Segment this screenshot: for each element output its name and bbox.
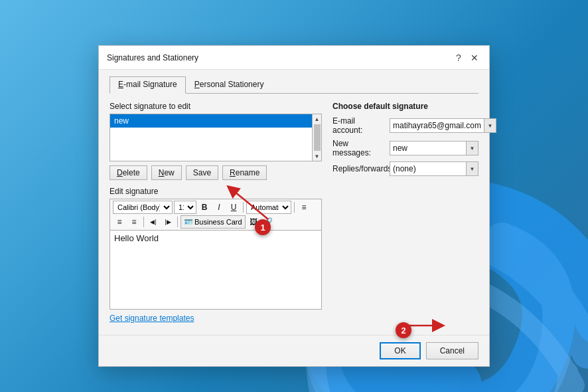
- signature-text: Hello World: [114, 233, 159, 243]
- indent-decrease-button[interactable]: ◀|: [147, 215, 160, 229]
- toolbar-separator-2: [294, 202, 295, 213]
- bold-button[interactable]: B: [198, 201, 211, 214]
- replies-value: (none): [390, 164, 466, 173]
- align-center-button[interactable]: ≡: [113, 215, 126, 229]
- indent-increase-button[interactable]: |▶: [161, 215, 175, 229]
- rename-button[interactable]: Rename: [222, 165, 267, 180]
- align-right-button[interactable]: ≡: [127, 215, 141, 229]
- new-messages-row: New messages: new ▼: [332, 139, 478, 157]
- dialog-body: Select signature to edit new ▲ ▼ Delete: [110, 102, 478, 323]
- select-label: Select signature to edit: [110, 102, 322, 111]
- tab-stationery-label: Personal Stationery: [194, 80, 264, 89]
- font-select[interactable]: Calibri (Body): [113, 201, 173, 214]
- replies-dropdown[interactable]: (none) ▼: [390, 161, 478, 176]
- signature-area-wrapper: Hello World: [110, 230, 322, 310]
- dialog-title: Signatures and Stationery: [107, 53, 198, 62]
- replies-arrow: ▼: [466, 162, 478, 175]
- picture-button[interactable]: 🖼: [247, 215, 260, 229]
- footer-buttons: OK Cancel: [380, 342, 478, 359]
- signature-list-item[interactable]: new: [110, 114, 321, 128]
- underline-button[interactable]: U: [227, 201, 240, 214]
- signature-list-scrollbar[interactable]: ▲ ▼: [312, 114, 321, 161]
- delete-button[interactable]: Delete: [110, 165, 147, 180]
- signature-list-container: new ▲ ▼: [110, 114, 322, 161]
- email-account-label: E-mail account:: [332, 116, 386, 135]
- email-account-row: E-mail account: matihayra65@gmail.com ▼: [332, 116, 478, 135]
- close-button[interactable]: ✕: [468, 51, 481, 64]
- business-card-icon: 🪪: [184, 218, 193, 227]
- cancel-button[interactable]: Cancel: [426, 342, 478, 359]
- title-bar-controls: ? ✕: [452, 51, 481, 64]
- replies-row: Replies/forwards: (none) ▼: [332, 161, 478, 176]
- toolbar-separator-4: [177, 217, 178, 227]
- replies-label: Replies/forwards:: [332, 164, 386, 173]
- email-account-arrow: ▼: [484, 119, 496, 132]
- new-messages-value: new: [390, 144, 466, 153]
- signature-list[interactable]: new: [110, 114, 321, 161]
- scroll-thumb[interactable]: [314, 124, 321, 151]
- signature-textarea[interactable]: Hello World: [110, 230, 322, 310]
- scroll-down-arrow[interactable]: ▼: [313, 151, 321, 161]
- tab-email-label: E-mail Signature: [118, 80, 177, 89]
- new-messages-dropdown[interactable]: new ▼: [390, 141, 478, 155]
- help-button[interactable]: ?: [452, 51, 465, 64]
- toolbar-separator-1: [243, 202, 244, 213]
- color-select[interactable]: Automatic: [246, 201, 291, 214]
- font-size-select[interactable]: 11: [174, 201, 196, 214]
- new-messages-arrow: ▼: [466, 142, 478, 155]
- dialog-window: Signatures and Stationery ? ✕ E-mail Sig…: [98, 45, 490, 367]
- ok-button[interactable]: OK: [380, 342, 420, 359]
- template-link[interactable]: Get signature templates: [110, 314, 194, 323]
- tab-email-signature[interactable]: E-mail Signature: [110, 76, 186, 94]
- save-button[interactable]: Save: [186, 165, 218, 180]
- business-card-button[interactable]: 🪪 Business Card: [181, 215, 246, 229]
- new-button[interactable]: New: [151, 165, 182, 180]
- hyperlink-button[interactable]: 🔗: [261, 215, 275, 229]
- toolbar-separator-3: [143, 217, 144, 227]
- business-card-label: Business Card: [194, 218, 242, 226]
- tab-personal-stationery[interactable]: Personal Stationery: [186, 76, 273, 94]
- signature-buttons: Delete New Save Rename: [110, 165, 322, 180]
- email-account-value: matihayra65@gmail.com: [390, 121, 484, 130]
- formatting-toolbar: Calibri (Body) 11 B I U Automatic ≡ ≡ ≡: [110, 199, 322, 230]
- title-bar: Signatures and Stationery ? ✕: [99, 46, 489, 70]
- edit-sig-label: Edit signature: [110, 187, 322, 196]
- dialog-content: E-mail Signature Personal Stationery Sel…: [99, 70, 489, 332]
- tab-bar: E-mail Signature Personal Stationery: [110, 76, 478, 94]
- scroll-up-arrow[interactable]: ▲: [313, 114, 321, 124]
- italic-button[interactable]: I: [212, 201, 226, 214]
- align-left-button[interactable]: ≡: [297, 201, 311, 214]
- left-panel: Select signature to edit new ▲ ▼ Delete: [110, 102, 322, 323]
- new-messages-label: New messages:: [332, 139, 386, 157]
- email-account-dropdown[interactable]: matihayra65@gmail.com ▼: [390, 118, 496, 133]
- right-panel: Choose default signature E-mail account:…: [332, 102, 478, 323]
- dialog-footer: OK Cancel: [99, 335, 489, 366]
- default-sig-heading: Choose default signature: [332, 102, 478, 111]
